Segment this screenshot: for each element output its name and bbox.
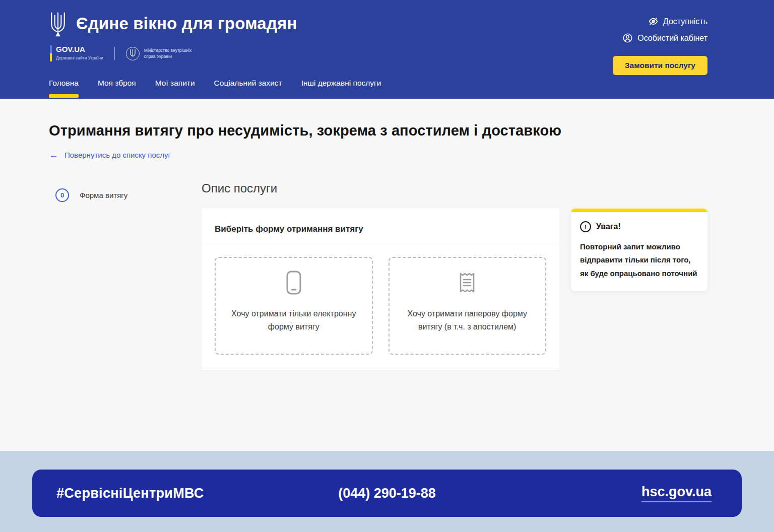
panel-divider (202, 243, 559, 243)
receipt-icon (456, 270, 479, 295)
govua-flag-bar (50, 45, 52, 61)
warning-accent-bar (571, 209, 707, 212)
govua-sublabel: Державні сайти України (56, 55, 103, 60)
phone-icon (282, 270, 305, 295)
ministry-emblem-icon (126, 47, 140, 60)
footer-phone: (044) 290-19-88 (338, 486, 436, 501)
nav-item-social-protection[interactable]: Соціальний захист (214, 79, 282, 99)
site-title: Єдине вікно для громадян (76, 14, 297, 33)
trident-logo-icon (49, 11, 67, 38)
footer-bar: #СервісніЦентриМВС (044) 290-19-88 hsc.g… (32, 470, 742, 517)
back-arrow-icon: ← (49, 150, 58, 160)
site-header: Єдине вікно для громадян GOV.UA Державні… (0, 0, 774, 99)
step-label: Форма витягу (80, 191, 127, 200)
personal-cabinet-label: Особистий кабінет (637, 34, 707, 43)
ministry-logo[interactable]: Міністерство внутрішніх справ України (126, 47, 191, 60)
main-nav: Головна Моя зброя Мої запити Соціальний … (0, 79, 774, 99)
accessibility-link[interactable]: Доступність (648, 16, 707, 27)
step-form-vytiahu[interactable]: 0 Форма витягу (55, 188, 202, 202)
option-paper-label: Хочу отримати паперову форму витягу (в т… (404, 307, 532, 334)
nav-item-my-requests[interactable]: Мої запити (155, 79, 195, 99)
exclamation-circle-icon: ! (580, 221, 591, 232)
option-electronic-form[interactable]: Хочу отримати тільки електронну форму ви… (215, 257, 373, 355)
nav-item-home[interactable]: Головна (49, 79, 79, 99)
eye-off-icon (648, 16, 659, 27)
ministry-name: Міністерство внутрішніх справ України (144, 47, 191, 60)
option-paper-form[interactable]: Хочу отримати паперову форму витягу (в т… (389, 257, 547, 355)
nav-item-other-state-services[interactable]: Інші державні послуги (301, 79, 381, 99)
page-title: Отримання витягу про несудимість, зокрем… (49, 122, 774, 139)
option-electronic-label: Хочу отримати тільки електронну форму ви… (230, 307, 358, 334)
user-circle-icon (622, 33, 633, 43)
main-content: Отримання витягу про несудимість, зокрем… (0, 99, 774, 451)
nav-item-my-weapons[interactable]: Моя зброя (98, 79, 136, 99)
back-link-label: Повернутись до списку послуг (64, 151, 171, 159)
personal-cabinet-link[interactable]: Особистий кабінет (622, 33, 707, 43)
section-title: Опис послуги (202, 181, 559, 195)
order-service-button[interactable]: Замовити послугу (613, 56, 707, 75)
service-form-panel: Виберіть форму отримання витягу Хочу отр… (202, 208, 559, 370)
warning-box: ! Увага! Повторний запит можливо відправ… (571, 209, 707, 291)
warning-title: Увага! (596, 222, 621, 231)
govua-logo[interactable]: GOV.UA Державні сайти України (50, 45, 103, 61)
panel-heading: Виберіть форму отримання витягу (215, 224, 546, 234)
logo-divider (114, 47, 115, 60)
back-to-services-link[interactable]: ← Повернутись до списку послуг (49, 150, 171, 160)
bottom-band: #СервісніЦентриМВС (044) 290-19-88 hsc.g… (0, 451, 774, 532)
accessibility-label: Доступність (663, 17, 707, 26)
warning-text: Повторний запит можливо відправити тільк… (580, 240, 698, 280)
step-number-badge: 0 (55, 188, 69, 202)
govua-label: GOV.UA (56, 45, 103, 54)
footer-hashtag: #СервісніЦентриМВС (56, 486, 204, 501)
footer-site-link[interactable]: hsc.gov.ua (641, 484, 712, 502)
